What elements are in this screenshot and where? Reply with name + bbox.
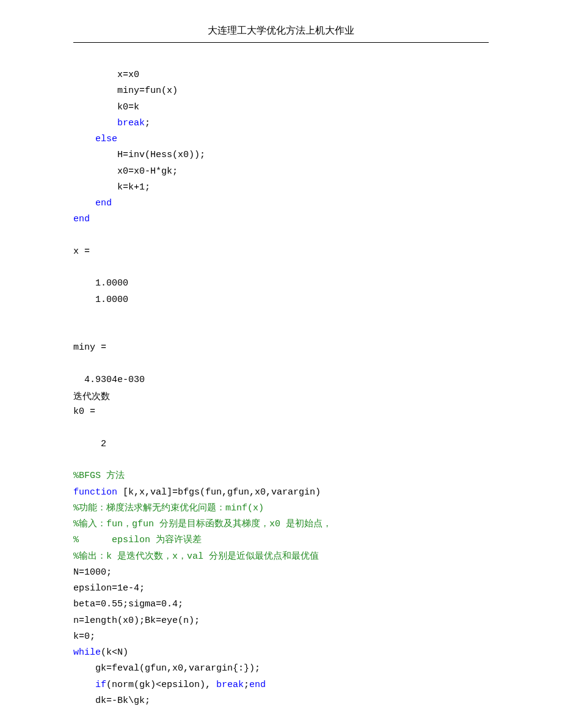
code-line: H=inv(Hess(x0));	[73, 150, 205, 160]
keyword-end: end	[73, 214, 90, 224]
code-line: k0=k	[73, 102, 139, 112]
comment-line: %BFGS 方法	[73, 471, 125, 481]
output-value: 4.9304e-030	[73, 375, 145, 385]
keyword-while: while	[73, 647, 101, 658]
code-line: miny=fun(x)	[73, 86, 178, 96]
output-value: 1.0000	[73, 278, 128, 289]
code-line: [k,x,val]=bfgs(fun,gfun,x0,varargin)	[117, 487, 321, 498]
code-block-2: %BFGS 方法 function [k,x,val]=bfgs(fun,gfu…	[73, 452, 489, 709]
keyword-end: end	[249, 680, 266, 690]
code-line: (norm(gk)<epsilon),	[106, 680, 216, 690]
output-label: k0 =	[73, 406, 95, 417]
code-line	[73, 680, 95, 690]
page-header: 大连理工大学优化方法上机大作业	[73, 24, 489, 43]
code-line: k=0;	[73, 631, 95, 642]
code-line: x0=x0-H*gk;	[73, 166, 178, 177]
code-line	[73, 118, 117, 128]
keyword-break: break	[216, 680, 244, 690]
keyword-function: function	[73, 487, 117, 498]
code-block-1: x=x0 miny=fun(x) k0=k break; else H=inv(…	[73, 67, 489, 228]
output-label: miny =	[73, 342, 106, 353]
keyword-end: end	[95, 198, 112, 208]
comment-line: %输出：k 是迭代次数，x，val 分别是近似最优点和最优值	[73, 551, 319, 562]
output-value: 2	[73, 439, 106, 449]
code-line: epsilon=1e-4;	[73, 583, 145, 594]
code-line: gk=feval(gfun,x0,varargin{:});	[73, 663, 260, 674]
output-value: 1.0000	[73, 295, 128, 305]
code-line	[73, 134, 95, 144]
comment-line: %输入：fun，gfun 分别是目标函数及其梯度，x0 是初始点，	[73, 519, 332, 529]
keyword-else: else	[95, 134, 117, 144]
comment-line: %功能：梯度法求解无约束优化问题：minf(x)	[73, 503, 264, 513]
iteration-label: 迭代次数	[73, 388, 489, 404]
code-line: k=k+1;	[73, 182, 150, 193]
output-block: x = 1.0000 1.0000 miny = 4.9304e-030	[73, 228, 489, 389]
keyword-if: if	[95, 680, 106, 690]
code-line: N=1000;	[73, 567, 112, 578]
code-line: dk=-Bk\gk;	[73, 696, 150, 706]
comment-line: % epsilon 为容许误差	[73, 535, 202, 545]
code-line: (k<N)	[101, 647, 128, 658]
header-title: 大连理工大学优化方法上机大作业	[208, 25, 354, 35]
code-line: ;	[244, 680, 249, 690]
code-line: ;	[145, 118, 150, 128]
code-line	[73, 198, 95, 208]
keyword-break: break	[117, 118, 145, 128]
code-line: x=x0	[73, 70, 139, 80]
code-line: beta=0.55;sigma=0.4;	[73, 599, 183, 609]
page-container: 大连理工大学优化方法上机大作业 x=x0 miny=fun(x) k0=k br…	[0, 0, 562, 728]
output-block-2: k0 = 2	[73, 404, 489, 452]
output-label: x =	[73, 246, 90, 257]
code-line: n=length(x0);Bk=eye(n);	[73, 616, 200, 626]
